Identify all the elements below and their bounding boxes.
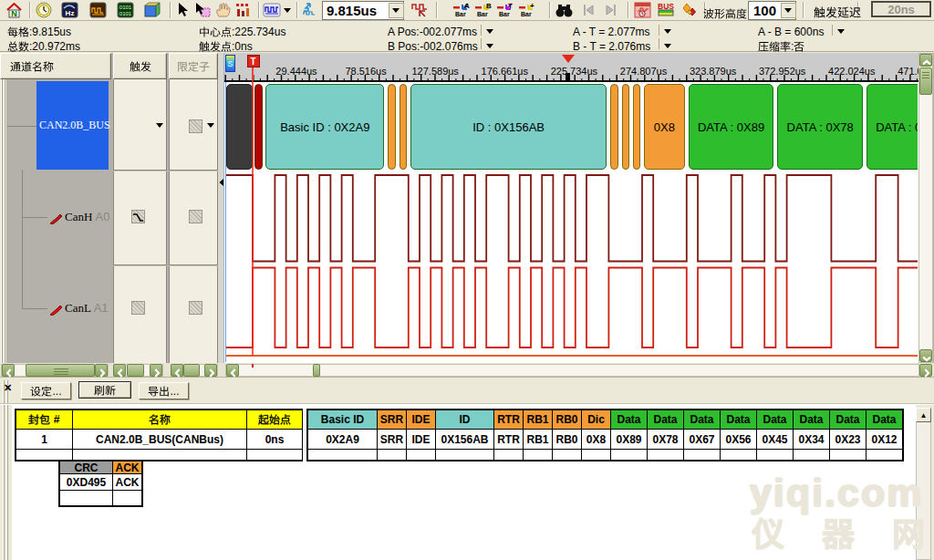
svg-text:+: +: [530, 2, 534, 10]
svg-text:0101: 0101: [119, 5, 132, 10]
svg-text:N: N: [11, 9, 17, 18]
svg-text:Bar: Bar: [455, 11, 466, 17]
svg-text:Bar: Bar: [477, 11, 488, 17]
svg-text:0101: 0101: [119, 11, 132, 16]
svg-text:Bar: Bar: [521, 11, 532, 17]
svg-text:T: T: [508, 2, 513, 10]
svg-text:B: B: [486, 2, 492, 10]
svg-text:A: A: [464, 2, 470, 10]
svg-text:Bar: Bar: [499, 11, 510, 17]
svg-text:Hz: Hz: [66, 9, 75, 17]
